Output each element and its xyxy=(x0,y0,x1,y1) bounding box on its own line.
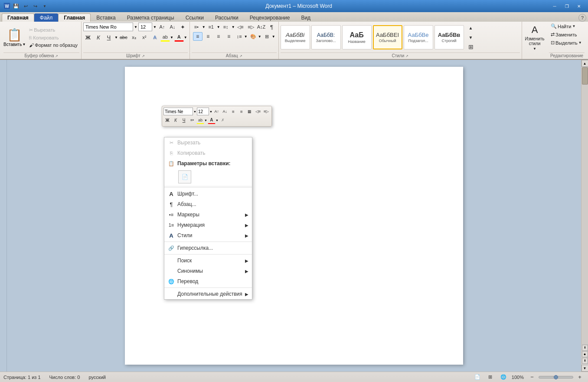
shading-arrow[interactable]: ▼ xyxy=(258,35,261,39)
bold-button[interactable]: Ж xyxy=(83,33,93,42)
font-color-button[interactable]: A xyxy=(174,33,184,42)
font-name-arrow[interactable]: ▼ xyxy=(134,25,137,29)
zoom-thumb[interactable] xyxy=(554,375,558,379)
subscript-button[interactable]: x₂ xyxy=(129,33,139,42)
tab-insert[interactable]: Вставка xyxy=(91,13,121,22)
view-fullscreen-button[interactable]: ⊞ xyxy=(486,373,495,382)
scroll-select-object-button[interactable]: ● xyxy=(582,351,588,357)
font-size-input[interactable] xyxy=(138,23,152,31)
mini-color-button[interactable]: A xyxy=(208,116,216,124)
undo-button[interactable]: ↩ xyxy=(22,2,29,10)
ctx-paragraph[interactable]: ¶ Абзац... xyxy=(164,199,252,209)
mini-font-name-arrow[interactable]: ▼ xyxy=(193,110,196,113)
paragraph-expand-icon[interactable]: ↗ xyxy=(239,54,242,58)
mini-list-button[interactable]: ≡• xyxy=(188,116,196,124)
scroll-down-button[interactable]: ▼ xyxy=(581,365,588,372)
vertical-scrollbar[interactable]: ▲ ⬆ ● ⬇ ▼ xyxy=(581,60,588,372)
mini-font-size-input[interactable] xyxy=(197,108,209,115)
styles-up-button[interactable]: ▲ xyxy=(466,23,476,32)
style-selection[interactable]: АаБбВi Выделение xyxy=(281,25,310,49)
redo-button[interactable]: ↪ xyxy=(31,2,39,10)
mini-italic-button[interactable]: К xyxy=(172,116,180,124)
numbering-arrow[interactable]: ▼ xyxy=(217,25,220,29)
strikethrough-button[interactable]: abc xyxy=(119,33,128,42)
ctx-copy[interactable]: ⎘ Копировать xyxy=(164,148,252,158)
ctx-synonyms[interactable]: Синонимы ▶ xyxy=(164,266,252,276)
ctx-styles[interactable]: A Стили ▶ xyxy=(164,230,252,241)
font-color-arrow[interactable]: ▼ xyxy=(184,36,187,39)
change-styles-button[interactable]: A Изменитьстили ▼ xyxy=(524,23,546,52)
align-right-button[interactable]: ≡ xyxy=(214,32,223,41)
styles-down-button[interactable]: ▼ xyxy=(466,33,476,42)
find-button[interactable]: 🔍 Найти ▼ xyxy=(549,23,577,30)
mini-font-size-arrow[interactable]: ▼ xyxy=(209,110,212,113)
copy-button[interactable]: ⎘Копировать xyxy=(27,34,79,41)
ctx-translate[interactable]: 🌐 Перевод xyxy=(164,276,252,287)
multilevel-button[interactable]: ≡↕ xyxy=(221,23,231,31)
scroll-next-page-button[interactable]: ⬇ xyxy=(582,358,588,364)
view-web-button[interactable]: 🌐 xyxy=(499,373,508,382)
sort-button[interactable]: A↕Z xyxy=(257,23,266,31)
tab-mailings[interactable]: Рассылки xyxy=(209,13,244,22)
bullets-arrow[interactable]: ▼ xyxy=(202,25,206,29)
save-button[interactable]: 💾 xyxy=(12,2,20,10)
paste-icon[interactable]: 📋 xyxy=(7,28,22,42)
style-title[interactable]: АаБ Название xyxy=(342,25,372,49)
borders-arrow[interactable]: ▼ xyxy=(272,35,275,39)
mini-font-name-input[interactable] xyxy=(163,108,193,115)
line-spacing-button[interactable]: ↕≡ xyxy=(235,32,244,41)
mini-align-left-button[interactable]: ≡ xyxy=(229,108,237,115)
replace-button[interactable]: ⇄ Заменить xyxy=(549,31,578,38)
scroll-prev-page-button[interactable]: ⬆ xyxy=(582,345,588,351)
numbering-button[interactable]: ≡1 xyxy=(206,23,216,31)
mini-underline-button[interactable]: Ч xyxy=(180,116,188,124)
mini-align-center-button[interactable]: ≡ xyxy=(238,108,245,115)
tab-home[interactable]: Главная xyxy=(2,13,34,22)
highlight-arrow[interactable]: ▼ xyxy=(170,36,173,39)
tab-review[interactable]: Рецензирование xyxy=(244,13,296,22)
mini-shrink-button[interactable]: A↓ xyxy=(221,108,229,115)
align-center-button[interactable]: ≡ xyxy=(203,32,213,41)
zoom-out-button[interactable]: − xyxy=(527,373,537,382)
paste-keep-source-button[interactable]: 📄 xyxy=(178,170,191,183)
multilevel-arrow[interactable]: ▼ xyxy=(232,25,235,29)
paste-button[interactable]: 📋 Вставить▼ xyxy=(3,28,26,47)
tab-layout[interactable]: Разметка страницы xyxy=(121,13,180,22)
highlight-button[interactable]: ab xyxy=(160,33,170,42)
select-arrow[interactable]: ▼ xyxy=(578,41,582,45)
shading-button[interactable]: 🎨 xyxy=(248,32,258,41)
clipboard-expand-icon[interactable]: ↗ xyxy=(55,54,58,58)
font-size-arrow[interactable]: ▼ xyxy=(153,25,157,29)
grow-font-button[interactable]: A↑ xyxy=(157,23,167,31)
document-area[interactable]: ▼ ▼ A↑ A↓ ≡ ≡ ▦ ◁≡ ≡▷ Ж К Ч ≡• xyxy=(7,60,581,372)
restore-button[interactable]: ❐ xyxy=(561,2,572,10)
line-spacing-arrow[interactable]: ▼ xyxy=(244,35,248,39)
styles-expand-icon[interactable]: ↗ xyxy=(405,54,408,58)
italic-button[interactable]: К xyxy=(94,33,103,42)
bullets-button[interactable]: ≡• xyxy=(192,23,201,31)
mini-highlight-arrow[interactable]: ▼ xyxy=(204,119,207,122)
mini-color-arrow[interactable]: ▼ xyxy=(216,119,219,122)
ctx-bullets[interactable]: •≡ Маркеры ▶ xyxy=(164,209,252,220)
justify-button[interactable]: ≡ xyxy=(224,32,234,41)
style-strict[interactable]: АаБбВв Строгий xyxy=(434,25,464,49)
scrollbar-thumb[interactable] xyxy=(582,67,588,85)
borders-button[interactable]: ⊞ xyxy=(262,32,272,41)
font-name-input[interactable] xyxy=(83,23,133,31)
ctx-hyperlink[interactable]: 🔗 Гиперссылка... xyxy=(164,243,252,253)
show-marks-button[interactable]: ¶ xyxy=(267,23,277,31)
mini-grow-button[interactable]: A↑ xyxy=(213,108,221,115)
tab-file[interactable]: Файл xyxy=(34,13,59,22)
superscript-button[interactable]: x² xyxy=(140,33,149,42)
underline-button[interactable]: Ч xyxy=(104,33,114,42)
paste-label[interactable]: Вставить▼ xyxy=(3,42,26,47)
tab-references[interactable]: Ссылки xyxy=(180,13,209,22)
format-painter-button[interactable]: 🖌Формат по образцу xyxy=(27,42,79,49)
minimize-button[interactable]: ─ xyxy=(549,2,560,10)
ctx-numbering[interactable]: 1≡ Нумерация ▶ xyxy=(164,220,252,230)
zoom-in-button[interactable]: + xyxy=(575,373,585,382)
zoom-slider[interactable] xyxy=(539,376,573,379)
select-button[interactable]: ⊡ Выделить ▼ xyxy=(549,39,584,46)
help-button[interactable]: ? xyxy=(578,14,586,22)
mini-highlight-button[interactable]: ab xyxy=(196,116,204,124)
